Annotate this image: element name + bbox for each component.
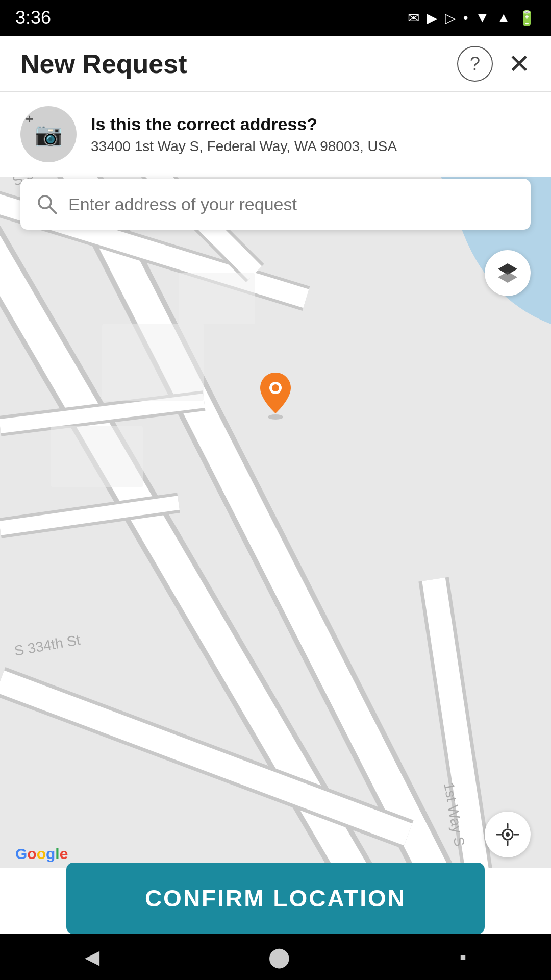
address-banner: + 📷 Is this the correct address? 33400 1… [0, 92, 551, 177]
search-icon [36, 193, 58, 215]
nav-recent-button[interactable]: ▪ [460, 946, 466, 968]
address-search-input[interactable] [68, 194, 515, 214]
address-text-block: Is this the correct address? 33400 1st W… [91, 114, 397, 155]
google-letter-l: l [55, 845, 59, 863]
svg-rect-5 [51, 426, 143, 487]
location-pin [260, 373, 291, 420]
search-bar[interactable] [20, 179, 531, 230]
confirm-location-button[interactable]: CONFIRM LOCATION [66, 863, 485, 934]
dot-icon: • [463, 10, 468, 26]
gps-icon [496, 823, 519, 846]
playstore-icon: ▶ [427, 10, 438, 27]
confirm-location-label: CONFIRM LOCATION [145, 885, 406, 912]
status-bar: 3:36 ✉ ▶ ▷ • ▼ ▲ 🔋 [0, 0, 551, 36]
google-letter-g2: g [46, 845, 55, 863]
media-icon: ▷ [445, 10, 456, 27]
bottom-navigation: ◀ ⬤ ▪ [0, 934, 551, 980]
nav-home-button[interactable]: ⬤ [268, 946, 290, 968]
pin-shadow [268, 414, 283, 420]
header-actions: ? ✕ [457, 46, 531, 82]
address-question: Is this the correct address? [91, 114, 397, 134]
camera-avatar[interactable]: + 📷 [20, 106, 77, 162]
help-icon: ? [470, 53, 480, 75]
svg-rect-4 [102, 324, 204, 401]
google-letter-o2: o [37, 845, 46, 863]
svg-rect-6 [179, 273, 255, 324]
svg-marker-10 [498, 272, 517, 283]
battery-icon: 🔋 [518, 10, 536, 27]
gps-location-button[interactable] [485, 812, 531, 857]
mail-icon: ✉ [408, 10, 419, 27]
layers-icon [496, 261, 519, 285]
camera-icon: 📷 [35, 121, 63, 148]
header: New Request ? ✕ [0, 36, 551, 92]
svg-point-18 [506, 832, 510, 837]
address-detail: 33400 1st Way S, Federal Way, WA 98003, … [91, 138, 397, 155]
layer-toggle-button[interactable] [485, 250, 531, 296]
google-letter-g: G [15, 845, 27, 863]
plus-icon: + [26, 111, 33, 127]
svg-point-12 [272, 384, 279, 391]
wifi-icon: ▼ [475, 10, 490, 26]
map-container[interactable]: S 333rd St S 334th St 1st Way S [0, 174, 551, 868]
status-icons: ✉ ▶ ▷ • ▼ ▲ 🔋 [408, 10, 536, 27]
map-pin-icon [260, 373, 291, 413]
nav-back-button[interactable]: ◀ [85, 946, 99, 968]
help-button[interactable]: ? [457, 46, 493, 82]
google-logo: Google [15, 845, 68, 863]
google-letter-o1: o [27, 845, 36, 863]
google-letter-e: e [60, 845, 68, 863]
status-time: 3:36 [15, 7, 51, 29]
close-icon: ✕ [508, 49, 531, 79]
map-svg: S 333rd St S 334th St 1st Way S [0, 174, 551, 868]
close-button[interactable]: ✕ [508, 48, 531, 79]
signal-icon: ▲ [496, 10, 511, 26]
page-title: New Request [20, 48, 187, 79]
svg-line-8 [49, 207, 56, 213]
